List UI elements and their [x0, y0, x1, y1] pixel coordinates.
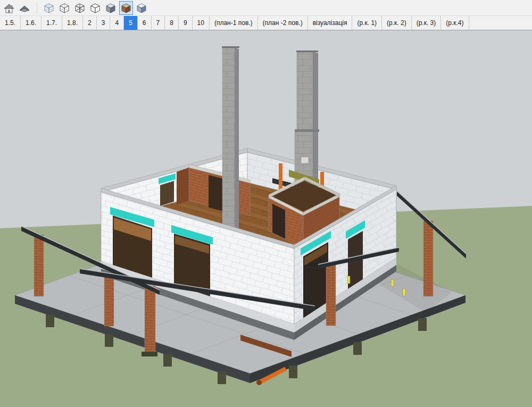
scene-tab-label: (р.к. 1): [357, 19, 377, 27]
scene-tabs-bar: 1.5. 1.6. 1.7. 1.8. 2 3 4: [0, 16, 532, 30]
scene-tab[interactable]: 4: [110, 16, 124, 30]
brick-column: [326, 263, 336, 326]
wireframe-style-icon[interactable]: [73, 1, 87, 15]
shaded-with-textures-style-icon[interactable]: [119, 1, 133, 15]
scene-tab[interactable]: 1.8.: [62, 16, 83, 30]
shaded-style-icon[interactable]: [104, 1, 118, 15]
scene-tab-label: 1.7.: [46, 19, 57, 27]
chimney-left[interactable]: [222, 46, 239, 237]
scene-tab[interactable]: 8: [165, 16, 179, 30]
scene-tab-label: 1.5.: [5, 19, 15, 27]
brick-column: [145, 286, 155, 353]
chimney-right[interactable]: [295, 51, 319, 190]
scene-tab-label: 1.6.: [26, 19, 36, 27]
scene-tab[interactable]: (план-1 пов.): [210, 16, 258, 30]
home-icon[interactable]: [2, 1, 16, 15]
sketchup-window: 1.5. 1.6. 1.7. 1.8. 2 3 4: [0, 0, 532, 407]
scene-tab-label: 7: [156, 19, 160, 27]
brick-column: [104, 273, 114, 326]
roof-template-icon[interactable]: [18, 1, 31, 15]
scene-tab-label: 10: [197, 19, 204, 27]
scene-tab-label: 5: [129, 19, 132, 27]
scene-tab[interactable]: 1.5.: [0, 16, 21, 30]
scene-tab[interactable]: 7: [152, 16, 165, 30]
xray-style-icon[interactable]: [42, 1, 56, 15]
scene-tab-label: 9: [184, 19, 187, 27]
scene-tab-label: 1.8.: [67, 19, 78, 27]
brick-column: [34, 235, 44, 296]
scene-tab[interactable]: 1.7.: [41, 16, 62, 30]
scene-tab[interactable]: (р.к. 2): [382, 16, 412, 30]
scene-tab-label: 6: [143, 19, 146, 27]
scene-tab[interactable]: 5: [124, 16, 138, 30]
brick-column: [423, 221, 433, 296]
main-toolbar: [0, 0, 532, 16]
3d-viewport[interactable]: [0, 30, 532, 407]
scene-tab[interactable]: (р.к.4): [441, 16, 469, 30]
hidden-line-style-icon[interactable]: [88, 1, 102, 15]
scene-tab[interactable]: 1.6.: [21, 16, 41, 30]
scene-tab-label: (р.к. 3): [417, 19, 436, 27]
scene-tab-label: 8: [170, 19, 173, 27]
scene-tab-label: 4: [115, 19, 119, 27]
scene-tab[interactable]: 10: [193, 16, 210, 30]
scene-tab-label: 2: [88, 19, 92, 27]
scene-tab[interactable]: (р.к. 3): [412, 16, 442, 30]
viewport-canvas[interactable]: [0, 30, 532, 407]
monochrome-style-icon[interactable]: [135, 1, 148, 15]
scene-tab-label: (план-1 пов.): [214, 19, 253, 27]
scene-tab-label: (р.к.4): [446, 19, 463, 27]
scene-tab-label: 3: [102, 19, 105, 27]
scene-tab-label: (план -2 пов.): [263, 19, 303, 27]
back-edges-style-icon[interactable]: [57, 1, 71, 15]
scene-tab[interactable]: 9: [179, 16, 193, 30]
scene-tab[interactable]: 6: [138, 16, 152, 30]
door-opening: [160, 181, 174, 206]
scene-tab[interactable]: (р.к. 1): [352, 16, 382, 30]
scene-tab[interactable]: (план -2 пов.): [258, 16, 308, 30]
scene-tab[interactable]: 3: [97, 16, 111, 30]
scene-tab-label: (р.к. 2): [387, 19, 406, 27]
scene-tab-label: візуалізація: [313, 19, 347, 27]
toolbar-separator: [33, 2, 37, 14]
scene-tab[interactable]: візуалізація: [308, 16, 353, 30]
scene-tab[interactable]: 2: [83, 16, 97, 30]
